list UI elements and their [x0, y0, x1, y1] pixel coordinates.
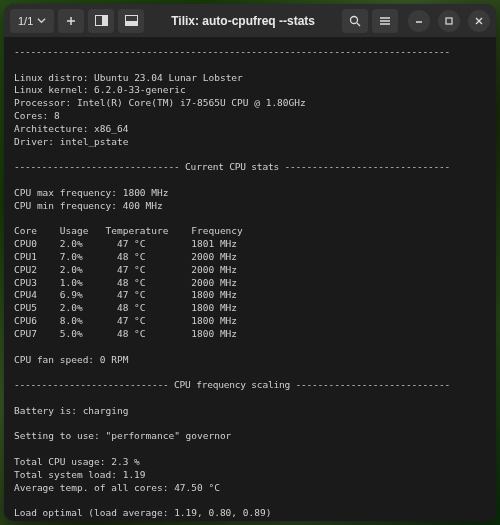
add-tab-button[interactable]: [58, 9, 84, 33]
cores-line: Cores: 8: [14, 110, 60, 121]
split-down-button[interactable]: [118, 9, 144, 33]
distro-line: Linux distro: Ubuntu 23.04 Lunar Lobster: [14, 72, 243, 83]
dash-line: ----------------------------------------…: [14, 46, 450, 57]
split-right-button[interactable]: [88, 9, 114, 33]
split-down-icon: [125, 15, 138, 26]
table-body: CPU0 2.0% 47 °C 1801 MHz CPU1 7.0% 48 °C…: [14, 238, 237, 339]
terminal-window: 1/1 Tilix: auto-cpufreq --stats: [4, 4, 496, 521]
cpu-max-freq: CPU max frequency: 1800 MHz: [14, 187, 168, 198]
table-header: Core Usage Temperature Frequency: [14, 225, 243, 236]
load-optimal-line: Load optimal (load average: 1.19, 0.80, …: [14, 507, 271, 518]
window-title: Tilix: auto-cpufreq --stats: [148, 14, 338, 28]
fan-speed: CPU fan speed: 0 RPM: [14, 354, 128, 365]
driver-line: Driver: intel_pstate: [14, 136, 128, 147]
kernel-line: Linux kernel: 6.2.0-33-generic: [14, 84, 186, 95]
hamburger-icon: [379, 15, 391, 27]
chevron-down-icon: [37, 16, 46, 25]
search-icon: [349, 15, 361, 27]
cpu-usage-line: Total CPU usage: 2.3 %: [14, 456, 140, 467]
section-stats-header: ------------------------------ Current C…: [14, 161, 450, 172]
processor-line: Processor: Intel(R) Core(TM) i7-8565U CP…: [14, 97, 306, 108]
titlebar: 1/1 Tilix: auto-cpufreq --stats: [4, 4, 496, 38]
tab-count-label: 1/1: [18, 15, 33, 27]
turbo-line: setting turbo boost: off: [14, 520, 151, 521]
close-button[interactable]: [468, 10, 490, 32]
maximize-icon: [444, 16, 454, 26]
split-right-icon: [95, 15, 108, 26]
plus-icon: [65, 15, 77, 27]
svg-point-4: [351, 16, 358, 23]
maximize-button[interactable]: [438, 10, 460, 32]
minimize-button[interactable]: [408, 10, 430, 32]
menu-button[interactable]: [372, 9, 398, 33]
terminal-body[interactable]: ----------------------------------------…: [4, 38, 496, 521]
battery-line: Battery is: charging: [14, 405, 128, 416]
sys-load-line: Total system load: 1.19: [14, 469, 146, 480]
close-icon: [474, 16, 484, 26]
section-scaling-header: ---------------------------- CPU frequen…: [14, 379, 450, 390]
svg-rect-3: [126, 21, 137, 25]
minimize-icon: [414, 16, 424, 26]
tab-counter[interactable]: 1/1: [10, 9, 54, 33]
svg-rect-1: [102, 16, 107, 25]
window-controls: [408, 10, 490, 32]
search-button[interactable]: [342, 9, 368, 33]
svg-rect-5: [446, 18, 452, 24]
governor-line: Setting to use: "performance" governor: [14, 430, 231, 441]
cpu-min-freq: CPU min frequency: 400 MHz: [14, 200, 163, 211]
arch-line: Architecture: x86_64: [14, 123, 128, 134]
avg-temp-line: Average temp. of all cores: 47.50 °C: [14, 482, 220, 493]
